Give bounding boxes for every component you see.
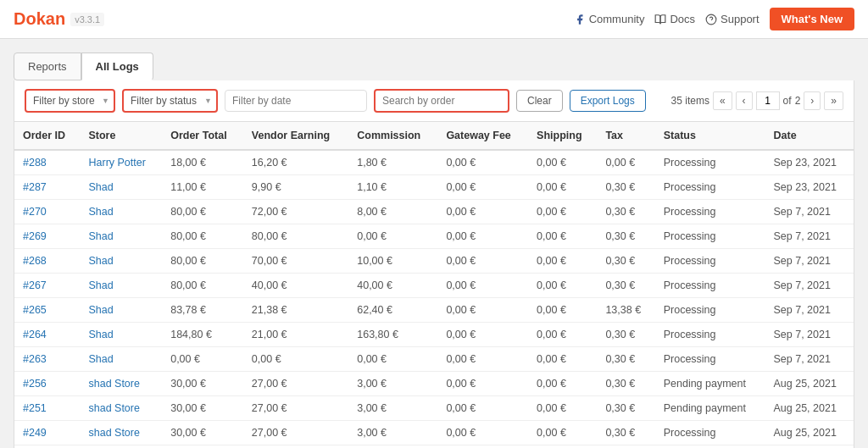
cell-order-id: #268: [14, 249, 80, 274]
clear-button[interactable]: Clear: [516, 90, 563, 112]
order-id-link[interactable]: #263: [23, 353, 47, 365]
cell-shipping: 0,00 €: [528, 372, 597, 396]
store-link[interactable]: shad Store: [88, 402, 139, 414]
table-row: #288 Harry Potter 18,00 € 16,20 € 1,80 €…: [14, 150, 854, 175]
facebook-icon: [574, 14, 586, 25]
cell-store: Shad: [80, 200, 162, 224]
store-link[interactable]: Shad: [88, 353, 113, 365]
docs-link[interactable]: Docs: [654, 13, 695, 25]
store-link[interactable]: Harry Potter: [88, 157, 145, 169]
order-id-link[interactable]: #269: [23, 230, 47, 242]
page-of: of: [783, 95, 792, 107]
table-row: #263 Shad 0,00 € 0,00 € 0,00 € 0,00 € 0,…: [14, 347, 854, 372]
cell-store: Shad: [80, 445, 162, 449]
cell-tax: 0,30 €: [597, 421, 654, 445]
cell-tax: 13,38 €: [597, 298, 654, 323]
table-body: #288 Harry Potter 18,00 € 16,20 € 1,80 €…: [14, 150, 854, 448]
cell-date: Sep 7, 2021: [765, 249, 854, 274]
cell-commission: 0,00 €: [348, 347, 437, 372]
cell-date: Sep 7, 2021: [765, 274, 854, 298]
cell-order-total: 80,00 €: [162, 249, 243, 274]
cell-order-id: #251: [14, 396, 80, 421]
status-filter[interactable]: Filter by status: [122, 89, 218, 113]
next-page-button[interactable]: ›: [804, 91, 821, 110]
cell-date: Sep 7, 2021: [765, 200, 854, 224]
cell-gateway-fee: 0,00 €: [437, 298, 528, 323]
tab-all-logs[interactable]: All Logs: [81, 53, 153, 80]
cell-shipping: 0,00 €: [528, 298, 597, 323]
cell-tax: 0,30 €: [597, 274, 654, 298]
store-link[interactable]: Shad: [88, 304, 113, 316]
store-link[interactable]: Shad: [88, 279, 113, 291]
store-link[interactable]: Shad: [88, 181, 113, 193]
cell-date: Sep 7, 2021: [765, 298, 854, 323]
cell-store: shad Store: [80, 421, 162, 445]
support-link[interactable]: Support: [705, 13, 760, 25]
cell-order-total: 80,00 €: [162, 224, 243, 249]
cell-tax: 0,30 €: [597, 224, 654, 249]
filter-bar: Filter by store Filter by status Clear E…: [14, 80, 854, 122]
order-id-link[interactable]: #270: [23, 206, 47, 218]
community-link[interactable]: Community: [574, 13, 645, 25]
cell-store: Shad: [80, 274, 162, 298]
cell-order-total: 184,80 €: [162, 323, 243, 347]
cell-shipping: 0,00 €: [528, 347, 597, 372]
cell-status: Pending payment: [655, 372, 765, 396]
last-page-button[interactable]: »: [824, 91, 843, 110]
cell-status: Processing: [655, 175, 765, 200]
cell-commission: 3,00 €: [348, 421, 437, 445]
search-order-input[interactable]: [374, 89, 509, 113]
store-link[interactable]: shad Store: [88, 378, 139, 390]
cell-status: On hold: [655, 445, 765, 449]
cell-shipping: 0,00 €: [528, 249, 597, 274]
order-id-link[interactable]: #287: [23, 181, 47, 193]
store-link[interactable]: Shad: [88, 329, 113, 340]
cell-order-id: #287: [14, 175, 80, 200]
cell-store: Shad: [80, 323, 162, 347]
cell-order-total: 11,00 €: [162, 175, 243, 200]
orders-table: Order ID Store Order Total Vendor Earnin…: [14, 122, 854, 448]
total-items: 35 items: [671, 95, 709, 107]
cell-status: Processing: [655, 200, 765, 224]
order-id-link[interactable]: #249: [23, 427, 47, 439]
cell-gateway-fee: 0,00 €: [437, 175, 528, 200]
cell-status: Processing: [655, 323, 765, 347]
store-filter[interactable]: Filter by store: [25, 89, 115, 113]
cell-shipping: 0,00 €: [528, 421, 597, 445]
orders-table-container: Order ID Store Order Total Vendor Earnin…: [14, 122, 854, 448]
cell-order-total: 0,00 €: [162, 347, 243, 372]
cell-gateway-fee: 0,00 €: [437, 372, 528, 396]
store-link[interactable]: Shad: [88, 230, 113, 242]
store-link[interactable]: shad Store: [88, 427, 139, 439]
cell-commission: 1,10 €: [348, 175, 437, 200]
store-link[interactable]: Shad: [88, 255, 113, 267]
order-id-link[interactable]: #264: [23, 329, 47, 340]
cell-order-id: #270: [14, 200, 80, 224]
export-logs-button[interactable]: Export Logs: [570, 90, 646, 112]
cell-status: Processing: [655, 421, 765, 445]
cell-gateway-fee: 0,00 €: [437, 445, 528, 449]
cell-gateway-fee: 0,00 €: [437, 347, 528, 372]
cell-vendor-earning: 16,20 €: [243, 150, 348, 175]
cell-order-id: #288: [14, 150, 80, 175]
order-id-link[interactable]: #268: [23, 255, 47, 267]
nav-links: Community Docs Support What's New: [574, 8, 854, 30]
logo-area: Dokan v3.3.1: [14, 9, 104, 29]
order-id-link[interactable]: #288: [23, 157, 47, 169]
cell-vendor-earning: 27,00 €: [243, 396, 348, 421]
order-id-link[interactable]: #267: [23, 279, 47, 291]
page-number-input[interactable]: [756, 91, 780, 110]
order-id-link[interactable]: #265: [23, 304, 47, 316]
order-id-link[interactable]: #256: [23, 378, 47, 390]
cell-commission: 3,00 €: [348, 372, 437, 396]
cell-shipping: 0,00 €: [528, 150, 597, 175]
date-filter[interactable]: [225, 90, 367, 112]
order-id-link[interactable]: #251: [23, 402, 47, 414]
tab-reports[interactable]: Reports: [14, 53, 81, 80]
first-page-button[interactable]: «: [713, 91, 732, 110]
cell-order-total: 83,78 €: [162, 298, 243, 323]
store-link[interactable]: Shad: [88, 206, 113, 218]
whats-new-button[interactable]: What's New: [770, 8, 854, 30]
cell-order-id: #267: [14, 274, 80, 298]
prev-page-button[interactable]: ‹: [736, 91, 753, 110]
